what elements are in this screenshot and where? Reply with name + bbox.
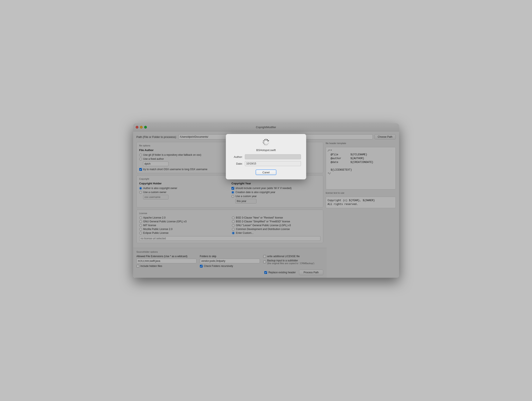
author-field-input[interactable] bbox=[245, 154, 301, 159]
author-field-label: Author: bbox=[231, 155, 243, 158]
svg-line-5 bbox=[263, 143, 264, 144]
main-window: CoprightModifier Path (File or Folder to… bbox=[133, 123, 399, 278]
svg-line-7 bbox=[263, 141, 264, 141]
modal-overlay: BSHotspot.swift Author: Date: Canel bbox=[133, 123, 399, 278]
author-field-row: Author: bbox=[231, 154, 301, 159]
modal-dialog: BSHotspot.swift Author: Date: Canel bbox=[226, 134, 306, 180]
svg-line-4 bbox=[265, 144, 265, 145]
svg-line-2 bbox=[267, 144, 268, 145]
date-field-label: Date: bbox=[231, 162, 243, 165]
date-field-input[interactable] bbox=[245, 161, 301, 166]
date-field-row: Date: bbox=[231, 161, 301, 166]
svg-line-8 bbox=[265, 139, 265, 140]
modal-filename: BSHotspot.swift bbox=[256, 149, 276, 152]
svg-line-1 bbox=[268, 143, 269, 144]
loading-spinner bbox=[262, 138, 270, 146]
svg-line-11 bbox=[268, 141, 269, 141]
modal-fields: Author: Date: bbox=[231, 154, 301, 166]
modal-cancel-button[interactable]: Canel bbox=[256, 169, 276, 175]
svg-line-10 bbox=[267, 139, 268, 140]
